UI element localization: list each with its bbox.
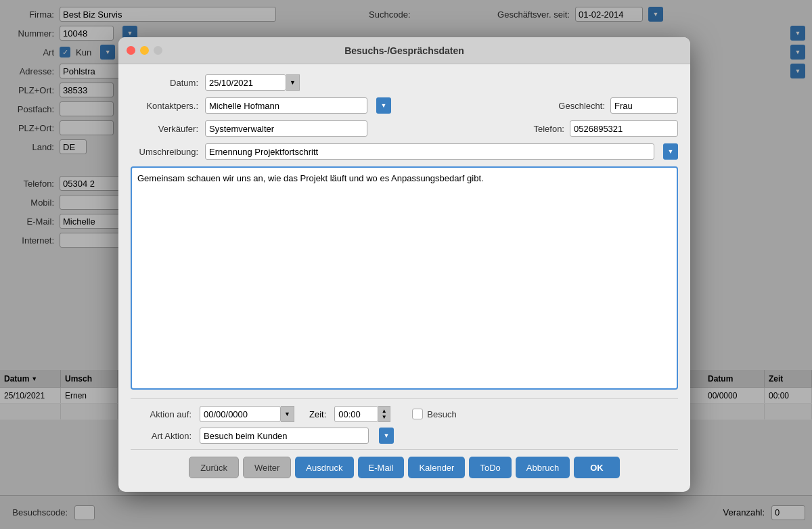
datum-label: Datum: (131, 78, 198, 88)
umschreibung-label: Umschreibung: (131, 147, 198, 157)
datum-field-wrapper: ▼ (205, 74, 300, 91)
ausdruck-button[interactable]: Ausdruck (295, 457, 353, 478)
modal-title: Besuchs-/Gesprächsdaten (344, 45, 464, 56)
aktion-row: Aktion auf: ▼ Zeit: ▲▼ Besuch (131, 406, 678, 422)
besuch-row: Besuch (412, 409, 456, 419)
aktion-date-arrow[interactable]: ▼ (281, 406, 294, 422)
telefon-label: Telefon: (533, 124, 564, 134)
zeit-arrow[interactable]: ▲▼ (378, 406, 390, 422)
kontaktpers-row: Kontaktpers.: ▼ Geschlecht: (131, 97, 678, 114)
verkaufer-row: Verkäufer: Telefon: (131, 120, 678, 137)
aktion-date-input[interactable] (200, 406, 281, 422)
email-button[interactable]: E-Mail (358, 457, 405, 478)
kontaktpers-label: Kontaktpers.: (131, 101, 198, 111)
verkaufer-input[interactable] (205, 120, 367, 137)
besuch-label: Besuch (427, 409, 456, 419)
art-aktion-input[interactable] (200, 428, 369, 444)
modal-dialog: Besuchs-/Gesprächsdaten Datum: ▼ Kontakt… (118, 37, 690, 492)
datum-row: Datum: ▼ (131, 74, 678, 91)
modal-titlebar: Besuchs-/Gesprächsdaten (118, 37, 690, 64)
notes-textarea[interactable]: Gemeinsam schauen wir uns an, wie das Pr… (131, 166, 678, 390)
umschreibung-dropdown[interactable]: ▼ (663, 143, 678, 160)
aktion-section: Aktion auf: ▼ Zeit: ▲▼ Besuch Art Aktion… (131, 398, 678, 444)
kontaktpers-dropdown[interactable]: ▼ (376, 97, 391, 114)
geschlecht-input[interactable] (610, 97, 678, 114)
art-aktion-dropdown[interactable]: ▼ (379, 428, 394, 444)
art-aktion-label: Art Aktion: (131, 431, 191, 441)
zeit-input[interactable] (334, 406, 378, 422)
maximize-button[interactable] (154, 46, 162, 55)
modal-buttons: Zurück Weiter Ausdruck E-Mail Kalender T… (131, 449, 678, 482)
zeit-label: Zeit: (309, 409, 326, 419)
ok-button[interactable]: OK (574, 457, 620, 478)
zuruck-button[interactable]: Zurück (189, 457, 239, 478)
art-aktion-row: Art Aktion: ▼ (131, 428, 678, 444)
minimize-button[interactable] (140, 46, 149, 55)
umschreibung-row: Umschreibung: ▼ (131, 143, 678, 160)
umschreibung-input[interactable] (205, 143, 654, 160)
aktion-date-wrapper: ▼ (200, 406, 294, 422)
modal-body: Datum: ▼ Kontaktpers.: ▼ Geschlecht: Ver… (118, 64, 690, 492)
close-button[interactable] (127, 46, 135, 55)
datum-arrow[interactable]: ▼ (286, 74, 300, 91)
textarea-wrapper: Gemeinsam schauen wir uns an, wie das Pr… (131, 166, 678, 392)
telefon-input[interactable] (570, 120, 678, 137)
zeit-wrapper: ▲▼ (334, 406, 390, 422)
todo-button[interactable]: ToDo (469, 457, 511, 478)
abbruch-button[interactable]: Abbruch (516, 457, 570, 478)
geschlecht-group: Geschlecht: (558, 97, 678, 114)
telefon-group: Telefon: (533, 120, 678, 137)
besuch-checkbox[interactable] (412, 409, 423, 419)
weiter-button[interactable]: Weiter (243, 457, 291, 478)
window-controls (127, 46, 162, 55)
geschlecht-label: Geschlecht: (558, 101, 605, 111)
kalender-button[interactable]: Kalender (408, 457, 465, 478)
verkaufer-label: Verkäufer: (131, 124, 198, 134)
datum-input[interactable] (205, 74, 286, 91)
aktion-auf-label: Aktion auf: (131, 409, 191, 419)
kontaktpers-input[interactable] (205, 97, 367, 114)
